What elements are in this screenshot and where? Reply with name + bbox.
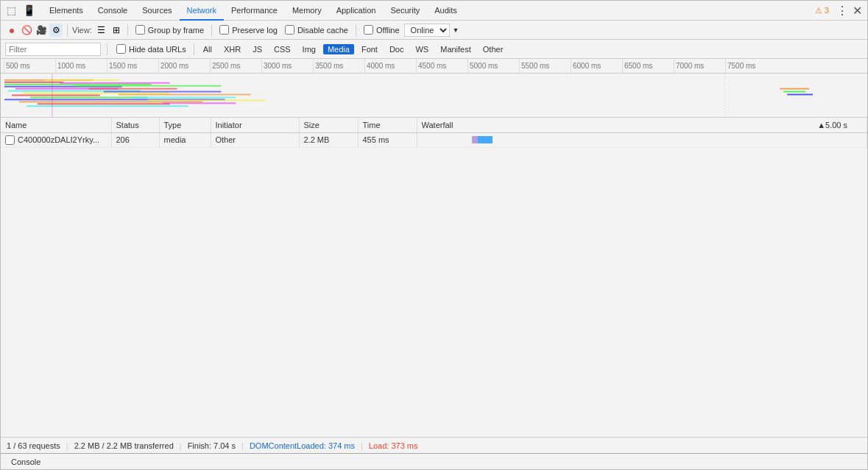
row-checkbox[interactable] — [5, 135, 15, 145]
svg-rect-1 — [4, 82, 63, 83]
filter-btn-doc[interactable]: Doc — [385, 44, 409, 54]
dom-content-loaded: DOMContentLoaded: 374 ms — [250, 441, 355, 450]
preserve-log-label[interactable]: Preserve log — [232, 26, 278, 35]
th-initiator[interactable]: Initiator — [211, 118, 299, 132]
svg-rect-15 — [74, 85, 222, 87]
disable-cache-checkbox[interactable] — [285, 25, 294, 35]
tab-network[interactable]: Network — [180, 1, 224, 21]
table-row[interactable]: C400000zDALI2Yrky...206mediaOther2.2 MB4… — [1, 132, 867, 147]
th-time[interactable]: Time — [358, 118, 417, 132]
filter-input[interactable] — [5, 43, 101, 56]
timeline-tick: 3000 ms — [261, 59, 313, 74]
offline-label[interactable]: Offline — [376, 26, 400, 35]
svg-rect-18 — [119, 94, 251, 96]
more-options-icon[interactable]: ⋮ — [835, 3, 850, 18]
waterfall-sort-icon[interactable]: ▲ — [817, 121, 825, 129]
th-waterfall[interactable]: Waterfall 5.00 s ▲ — [417, 118, 867, 132]
timeline-tick: 7500 ms — [725, 59, 777, 74]
filter-btn-all[interactable]: All — [199, 44, 216, 54]
timeline-header: 500 ms1000 ms1500 ms2000 ms2500 ms3000 m… — [1, 59, 867, 74]
devtools-tab-bar: ⬚ 📱 Elements Console Sources Network Per… — [1, 1, 867, 21]
transfer-size: 2.2 MB / 2.2 MB transferred — [74, 441, 174, 450]
record-button[interactable]: ● — [5, 24, 18, 37]
filter-btn-xhr[interactable]: XHR — [219, 44, 245, 54]
finish-time: Finish: 7.04 s — [188, 441, 236, 450]
group-by-frame-checkbox[interactable] — [135, 25, 145, 35]
tab-security[interactable]: Security — [383, 1, 427, 21]
timeline-tick: 7000 ms — [674, 59, 725, 74]
tab-console[interactable]: Console — [91, 1, 135, 21]
hide-data-urls-checkbox[interactable] — [116, 44, 126, 54]
timeline-tick: 1000 ms — [55, 59, 107, 74]
svg-rect-13 — [45, 79, 119, 81]
svg-rect-10 — [19, 101, 203, 102]
timeline-tick: 5000 ms — [467, 59, 519, 74]
filter-btn-media[interactable]: Media — [323, 44, 354, 54]
svg-rect-17 — [104, 91, 222, 93]
svg-rect-7 — [12, 95, 100, 96]
row-type: media — [159, 132, 211, 147]
offline-checkbox[interactable] — [364, 25, 373, 35]
svg-rect-12 — [27, 105, 188, 107]
row-initiator: Other — [211, 132, 299, 147]
timeline-tick: 1500 ms — [107, 59, 158, 74]
hide-data-urls-label[interactable]: Hide data URLs — [129, 45, 186, 54]
status-bar: 1 / 63 requests | 2.2 MB / 2.2 MB transf… — [1, 437, 867, 453]
network-table-scroll[interactable]: Name Status Type Initiator Size — [1, 118, 867, 469]
svg-rect-19 — [133, 96, 236, 98]
th-name[interactable]: Name — [1, 118, 111, 132]
th-type[interactable]: Type — [159, 118, 211, 132]
filter-button[interactable]: ⚙ — [49, 24, 63, 37]
tab-application[interactable]: Application — [329, 1, 384, 21]
filter-row: Hide data URLs All XHR JS CSS Img Media … — [1, 40, 867, 59]
svg-rect-20 — [148, 99, 266, 101]
tab-elements[interactable]: Elements — [42, 1, 91, 21]
clear-button[interactable]: 🚫 — [20, 24, 33, 37]
tab-memory[interactable]: Memory — [285, 1, 329, 21]
requests-count: 1 / 63 requests — [7, 441, 60, 450]
filter-btn-css[interactable]: CSS — [269, 44, 295, 54]
svg-rect-22 — [780, 88, 809, 90]
svg-rect-6 — [23, 93, 170, 94]
timeline-tick: 500 ms — [4, 59, 55, 74]
waterfall-chart-area — [1, 74, 867, 118]
th-size[interactable]: Size — [299, 118, 358, 132]
filter-btn-ws[interactable]: WS — [411, 44, 433, 54]
throttle-select[interactable]: Online — [404, 24, 450, 37]
svg-rect-23 — [783, 91, 805, 93]
waterfall-scale: 5.00 s — [825, 121, 847, 129]
throttle-chevron-icon: ▼ — [453, 26, 459, 34]
filter-btn-other[interactable]: Other — [479, 44, 508, 54]
screenshot-button[interactable]: 🎥 — [35, 24, 48, 37]
bottom-tab-console[interactable]: Console — [4, 454, 48, 470]
th-status[interactable]: Status — [111, 118, 159, 132]
load-time: Load: 373 ms — [369, 441, 418, 450]
svg-rect-2 — [4, 84, 152, 85]
filter-btn-font[interactable]: Font — [357, 44, 382, 54]
timeline-tick: 4500 ms — [416, 59, 467, 74]
disable-cache-label[interactable]: Disable cache — [297, 26, 348, 35]
detail-view-icon[interactable]: ⊞ — [110, 24, 123, 37]
network-table: Name Status Type Initiator Size — [1, 118, 867, 148]
preserve-log-checkbox[interactable] — [219, 25, 229, 35]
devtools-inspect-icon[interactable]: ⬚ — [4, 3, 18, 18]
svg-rect-21 — [163, 102, 236, 104]
row-size: 2.2 MB — [299, 132, 358, 147]
svg-rect-14 — [60, 82, 170, 84]
list-view-icon[interactable]: ☰ — [95, 24, 108, 37]
close-icon[interactable]: ✕ — [850, 3, 864, 18]
timeline-tick: 5500 ms — [519, 59, 571, 74]
warning-badge: ⚠ 3 — [815, 6, 829, 15]
bottom-tab-bar: Console — [1, 453, 867, 469]
network-toolbar: ● 🚫 🎥 ⚙ View: ☰ ⊞ Group by frame Preserv… — [1, 21, 867, 40]
tab-performance[interactable]: Performance — [224, 1, 285, 21]
svg-rect-16 — [89, 88, 177, 90]
filter-btn-manifest[interactable]: Manifest — [436, 44, 476, 54]
group-by-frame-label[interactable]: Group by frame — [148, 26, 204, 35]
tab-audits[interactable]: Audits — [427, 1, 465, 21]
devtools-device-icon[interactable]: 📱 — [21, 3, 36, 18]
svg-rect-11 — [38, 103, 170, 104]
filter-btn-js[interactable]: JS — [248, 44, 267, 54]
filter-btn-img[interactable]: Img — [298, 44, 320, 54]
tab-sources[interactable]: Sources — [135, 1, 179, 21]
